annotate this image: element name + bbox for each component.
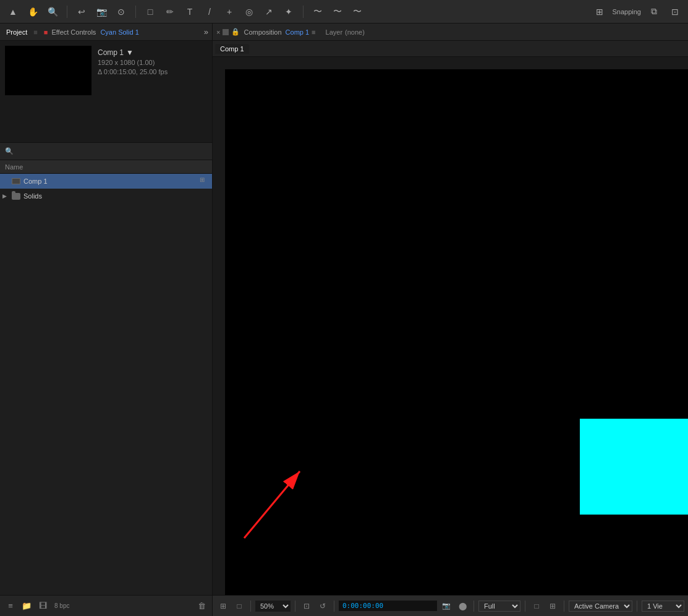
viewer-refresh-btn[interactable]: ↺ (316, 599, 329, 613)
view-options[interactable]: ⊡ (667, 4, 683, 20)
folder-icon-solids (11, 191, 21, 201)
viewer-sep-5 (525, 601, 525, 612)
tool-zoom[interactable]: 🔍 (45, 4, 61, 20)
main-layout: Project ≡ ■ Effect Controls Cyan Solid 1… (0, 24, 688, 616)
solids-label: Solids (23, 192, 210, 200)
tool-hand[interactable]: ✋ (25, 4, 41, 20)
tab-project[interactable]: Project (4, 27, 30, 37)
toolbar-separator-1 (67, 6, 67, 18)
effect-controls-label: Effect Controls (51, 28, 96, 36)
toolbar-separator-3 (303, 6, 304, 18)
comp-panel-close[interactable]: × (216, 28, 220, 36)
comp1-flow-icon[interactable]: ⊞ (200, 176, 210, 186)
viewer-display-btn[interactable]: □ (232, 599, 246, 613)
tool-motion3[interactable]: 〜 (349, 4, 365, 20)
comp-panel-menu[interactable]: ≡ (312, 28, 315, 36)
project-list-header: Name (0, 160, 212, 174)
comp1-label: Comp 1 (23, 178, 197, 185)
tool-undo[interactable]: ↩ (74, 4, 90, 20)
viewer-sep-7 (637, 601, 637, 612)
project-list: Comp 1 ⊞ ▶ Solids (0, 174, 212, 595)
comp-preview-arrow[interactable]: ▼ (126, 48, 134, 57)
comp-panel-icon (223, 29, 229, 35)
tool-pen[interactable]: ✏ (162, 4, 178, 20)
viewer-render-icon[interactable]: □ (530, 599, 543, 613)
viewer-region-btn[interactable]: ⊞ (216, 599, 230, 613)
comp-panel-comp-name[interactable]: Comp 1 (286, 28, 310, 36)
tool-orbit[interactable]: ⊙ (113, 4, 129, 20)
toolbar-separator-2 (135, 6, 136, 18)
tab-effect-controls[interactable]: ■ Effect Controls Cyan Solid 1 (41, 27, 142, 37)
layer-panel-value: (none) (345, 28, 365, 36)
project-preview-area: Comp 1 ▼ 1920 x 1080 (1.00) Δ 0:00:15:00… (0, 41, 212, 143)
tool-motion2[interactable]: 〜 (329, 4, 346, 20)
new-folder-btn[interactable]: 📁 (20, 599, 33, 613)
comp-preview-name: Comp 1 (98, 48, 124, 57)
tree-arrow-solids[interactable]: ▶ (2, 193, 9, 199)
viewer-sep-2 (295, 601, 295, 612)
view-tab-row: Comp 1 (213, 41, 688, 57)
preview-thumbnail (5, 46, 91, 95)
viewer-quality-select[interactable]: Full Half Third Quarter (478, 601, 520, 612)
snapping-label: Snapping (613, 8, 642, 15)
snapping-area: ⊞ Snapping ⧉ ⊡ (592, 4, 684, 20)
tool-eraser[interactable]: ◎ (241, 4, 257, 20)
snapping-options[interactable]: ⧉ (646, 4, 662, 20)
project-search-input[interactable] (16, 148, 207, 155)
viewer-timecode[interactable] (339, 601, 437, 611)
viewer-sep-6 (564, 601, 564, 612)
tool-text[interactable]: T (182, 4, 198, 20)
comp-resolution: 1920 x 1080 (1.00) (98, 59, 168, 66)
tool-shape[interactable]: □ (142, 4, 158, 20)
viewer-camera-select[interactable]: Active Camera Camera 1 (569, 601, 632, 612)
preview-info: Comp 1 ▼ 1920 x 1080 (1.00) Δ 0:00:15:00… (98, 46, 168, 137)
project-item-solids[interactable]: ▶ Solids (0, 189, 212, 203)
tab-composition-label[interactable]: Composition (241, 27, 284, 37)
tool-puppet[interactable]: ↗ (261, 4, 277, 20)
viewer-zoom-select[interactable]: 50% 25% 100% 200% (255, 601, 291, 612)
snapping-toggle[interactable]: ⊞ (592, 4, 608, 20)
effect-controls-item: Cyan Solid 1 (100, 28, 138, 36)
viewer-grid-icon[interactable]: ⊞ (546, 599, 559, 613)
project-item-comp1[interactable]: Comp 1 ⊞ (0, 174, 212, 189)
tool-pin[interactable]: ✦ (281, 4, 297, 20)
viewer-sep-4 (474, 601, 474, 612)
trash-btn[interactable]: 🗑 (195, 599, 208, 613)
comp-view-tab[interactable]: Comp 1 (215, 44, 249, 54)
comp-panel-tabs: × 🔒 Composition Comp 1 ≡ Layer (none) (213, 24, 688, 41)
tool-line[interactable]: / (202, 4, 218, 20)
col-name-label: Name (5, 163, 23, 171)
left-bottom-bar: ≡ 📁 🎞 8 bpc 🗑 (0, 595, 212, 616)
left-panel: Project ≡ ■ Effect Controls Cyan Solid 1… (0, 24, 213, 616)
comp-icon-comp1 (11, 176, 21, 186)
comp-panel-lock-icon: 🔒 (231, 28, 240, 36)
right-panel: × 🔒 Composition Comp 1 ≡ Layer (none) Co… (213, 24, 688, 616)
viewer-color-btn[interactable]: ⬤ (456, 599, 469, 613)
cyan-solid-rect (580, 419, 688, 515)
tool-camera-track[interactable]: 📷 (93, 4, 109, 20)
panel-tabs: Project ≡ ■ Effect Controls Cyan Solid 1… (0, 24, 212, 41)
new-composition-btn[interactable]: ≡ (4, 599, 17, 613)
bpc-label: 8 bpc (54, 602, 69, 609)
new-footage-btn[interactable]: 🎞 (36, 599, 49, 613)
tool-clone[interactable]: + (221, 4, 237, 20)
comp-viewer-area (213, 57, 688, 595)
search-icon: 🔍 (5, 147, 14, 155)
viewer-sep-1 (250, 601, 251, 612)
panel-tab-separator: ≡ (33, 28, 37, 36)
comp-canvas (225, 69, 688, 595)
viewer-sep-3 (334, 601, 334, 612)
effect-controls-color: ■ (44, 28, 48, 36)
viewer-camera-btn[interactable]: 📷 (440, 599, 453, 613)
panel-menu-btn[interactable]: » (204, 27, 208, 36)
layer-panel-label: Layer (326, 28, 343, 36)
top-toolbar: ▲ ✋ 🔍 ↩ 📷 ⊙ □ ✏ T / + ◎ ↗ ✦ 〜 〜 〜 ⊞ Snap… (0, 0, 688, 24)
comp-duration: Δ 0:00:15:00, 25.00 fps (98, 68, 168, 75)
tool-motion[interactable]: 〜 (310, 4, 326, 20)
tool-select[interactable]: ▲ (5, 4, 21, 20)
viewer-fit-btn[interactable]: ⊡ (300, 599, 313, 613)
viewer-views-select[interactable]: 1 Vie 2 Views 4 Views (642, 601, 684, 612)
project-search-bar: 🔍 (0, 143, 212, 160)
comp-viewer-toolbar: ⊞ □ 50% 25% 100% 200% ⊡ ↺ 📷 ⬤ Full Half … (213, 595, 688, 616)
